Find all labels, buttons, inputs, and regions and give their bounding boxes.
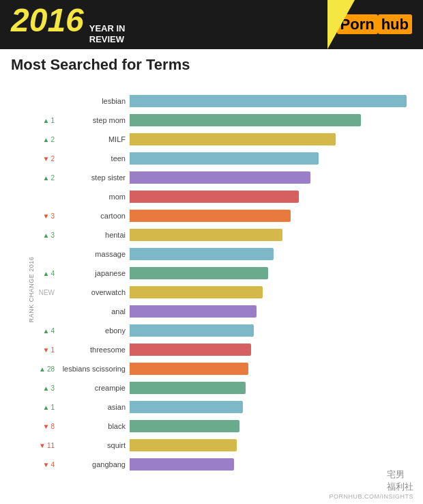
bar	[130, 152, 319, 165]
bar	[130, 171, 310, 184]
bar-container	[130, 286, 412, 298]
bar	[130, 210, 291, 222]
bar-row: step mom	[57, 111, 412, 130]
bar-container	[130, 114, 412, 126]
rank-up-indicator: 1	[43, 404, 55, 411]
bar-chart: lesbianstep momMILFteenstep sistermomcar…	[57, 78, 412, 501]
bar-label: lesbian	[57, 97, 126, 105]
rank-item: 3	[11, 206, 57, 225]
bar-row: asian	[57, 397, 412, 417]
bar-row: ebony	[57, 321, 412, 340]
bar-label: black	[57, 422, 126, 430]
main-content: Most Searched for Terms RANK CHANGE 2016…	[0, 49, 423, 504]
rank-down-indicator: 3	[43, 212, 55, 220]
bar-row: lesbian	[57, 92, 412, 111]
bar-label: MILF	[57, 135, 126, 143]
bar-row: cartoon	[57, 206, 412, 225]
bar-label: overwatch	[57, 288, 126, 296]
year-in-review-text: YEAR IN REVIEW	[89, 23, 126, 44]
rank-item: 1	[11, 397, 57, 417]
hub-highlight: hub	[378, 14, 412, 34]
bar	[130, 420, 239, 432]
bar-container	[130, 324, 412, 337]
bar-container	[130, 95, 412, 107]
rank-up-indicator: 28	[39, 365, 55, 373]
diagonal-accent	[327, 0, 355, 49]
bar-row: step sister	[57, 168, 412, 187]
bar-container	[130, 439, 412, 451]
bar-container	[130, 229, 412, 241]
bar-container	[130, 248, 412, 260]
rank-new-indicator: NEW	[39, 289, 55, 296]
bar-label: step sister	[57, 173, 126, 182]
rank-up-indicator: 2	[43, 174, 55, 182]
bar-container	[130, 401, 412, 413]
rank-item	[11, 187, 57, 206]
bar-label: ebony	[57, 326, 126, 335]
rank-item: 3	[11, 225, 57, 244]
rank-up-indicator: 3	[43, 232, 55, 239]
bar	[130, 458, 234, 471]
pornhub-url: PORNHUB.COM/INSIGHTS	[329, 493, 413, 500]
bar-row: lesbians scissoring	[57, 359, 412, 378]
bar-container	[130, 420, 412, 432]
bar	[130, 133, 336, 145]
rank-down-indicator: 1	[43, 346, 55, 354]
bar	[130, 382, 246, 394]
bar	[130, 344, 251, 356]
bar-container	[130, 344, 412, 356]
bar-container	[130, 382, 412, 394]
rank-item: 11	[11, 436, 57, 455]
bar-label: step mom	[57, 116, 126, 124]
rank-up-indicator: 4	[43, 327, 55, 335]
bar	[130, 363, 248, 375]
rank-item: 2	[11, 168, 57, 187]
rank-item: 2	[11, 130, 57, 149]
bar	[130, 286, 263, 298]
rank-item: 4	[11, 321, 57, 340]
watermark-chinese: 宅男福利社	[387, 468, 413, 493]
bar-label: mom	[57, 193, 126, 201]
bar-row: teen	[57, 149, 412, 168]
rank-item: 2	[11, 149, 57, 168]
bar-label: anal	[57, 307, 126, 316]
bar	[130, 248, 274, 260]
bar-row: mom	[57, 187, 412, 206]
rank-up-indicator: 1	[43, 117, 55, 124]
rank-axis-label: RANK CHANGE 2016	[28, 257, 35, 323]
bar-label: creampie	[57, 384, 126, 392]
bar-label: hentai	[57, 231, 126, 239]
bar	[130, 401, 243, 413]
bar-row: threesome	[57, 340, 412, 359]
bar-row: squirt	[57, 436, 412, 455]
header: 2016 YEAR IN REVIEW Pornhub	[0, 0, 423, 49]
bar-row: anal	[57, 302, 412, 321]
bar-container	[130, 267, 412, 279]
bar-row: overwatch	[57, 283, 412, 302]
rank-item: 8	[11, 417, 57, 436]
bar-label: massage	[57, 250, 126, 258]
bar-label: lesbians scissoring	[57, 365, 126, 373]
rank-down-indicator: 4	[43, 461, 55, 468]
bar-row: creampie	[57, 378, 412, 397]
bar-container	[130, 363, 412, 375]
rank-up-indicator: 2	[43, 136, 55, 143]
bar	[130, 229, 282, 241]
rank-labels: RANK CHANGE 2016 1222 33 4NEW 4128318114	[11, 78, 57, 501]
bar-row: massage	[57, 244, 412, 264]
rank-item: 1	[11, 340, 57, 359]
bar-container	[130, 133, 412, 145]
bar-label: threesome	[57, 346, 126, 354]
bar-container	[130, 191, 412, 203]
rank-up-indicator: 4	[43, 270, 55, 277]
chart-area: RANK CHANGE 2016 1222 33 4NEW 4128318114…	[11, 78, 412, 501]
rank-down-indicator: 11	[39, 442, 55, 449]
bar-label: squirt	[57, 441, 126, 449]
bar-container	[130, 305, 412, 318]
bar	[130, 95, 407, 107]
bar	[130, 324, 254, 337]
bar	[130, 305, 257, 318]
chart-title: Most Searched for Terms	[11, 56, 412, 74]
bar	[130, 439, 237, 451]
footer: 宅男福利社 PORNHUB.COM/INSIGHTS	[329, 468, 413, 500]
